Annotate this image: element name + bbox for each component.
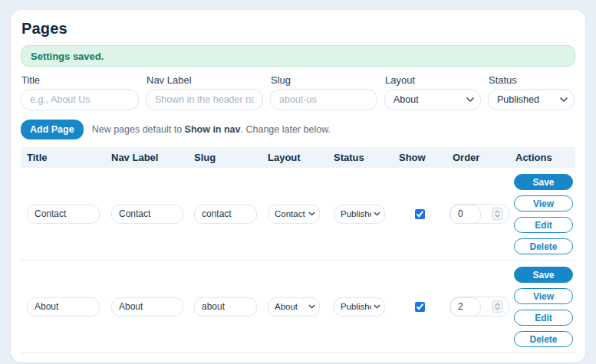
column-header-actions: Actions [509, 147, 575, 168]
field-title: Title [21, 74, 139, 110]
order-stepper [449, 297, 509, 316]
row-title-input[interactable] [27, 297, 100, 316]
column-header-layout: Layout [262, 147, 328, 168]
row-status-select[interactable]: Published [334, 205, 385, 224]
save-button[interactable]: Save [514, 174, 573, 190]
row-slug-input[interactable] [194, 297, 257, 316]
status-label: Status [489, 74, 575, 86]
view-button[interactable]: View [514, 195, 573, 212]
nav-label-label: Nav Label [147, 74, 263, 86]
pages-card: Pages Settings saved. Title Nav Label Sl… [11, 10, 585, 362]
column-header-title: Title [21, 147, 105, 168]
success-alert-text: Settings saved. [31, 51, 104, 62]
view-button[interactable]: View [514, 288, 573, 304]
order-input[interactable] [450, 205, 481, 224]
column-header-order: Order [446, 147, 509, 168]
table-row: Contact Published [21, 168, 575, 261]
pages-table: Title Nav Label Slug Layout Status Show … [21, 147, 575, 353]
column-header-show: Show [393, 147, 446, 168]
add-page-help: New pages default to Show in nav. Change… [92, 124, 331, 135]
success-alert: Settings saved. [21, 45, 575, 67]
field-layout: Layout About [384, 74, 481, 110]
table-row: About Published [21, 261, 575, 353]
field-status: Status Published [488, 74, 575, 110]
title-input[interactable] [21, 89, 139, 110]
layout-label: Layout [385, 74, 481, 86]
edit-button[interactable]: Edit [514, 217, 573, 233]
title-label: Title [21, 74, 139, 86]
order-input[interactable] [450, 297, 481, 316]
row-layout-select[interactable]: About [268, 297, 320, 316]
column-header-slug: Slug [188, 147, 262, 168]
delete-button[interactable]: Delete [514, 238, 573, 254]
row-title-input[interactable] [27, 205, 100, 224]
column-header-nav-label: Nav Label [105, 147, 188, 168]
field-slug: Slug [270, 74, 377, 110]
slug-label: Slug [271, 74, 377, 86]
new-page-form: Title Nav Label Slug Layout About Status [21, 74, 575, 110]
slug-input[interactable] [270, 89, 377, 110]
show-in-nav-checkbox[interactable] [415, 302, 425, 312]
stepper-arrows-icon[interactable] [492, 300, 503, 313]
add-page-row: Add Page New pages default to Show in na… [21, 120, 575, 139]
layout-select[interactable]: About [384, 89, 481, 110]
page-title: Pages [21, 20, 575, 38]
order-stepper [449, 204, 509, 224]
nav-label-input[interactable] [146, 89, 263, 110]
status-select[interactable]: Published [488, 89, 575, 110]
row-layout-select[interactable]: Contact [268, 205, 320, 224]
table-header-row: Title Nav Label Slug Layout Status Show … [21, 147, 575, 168]
row-status-select[interactable]: Published [334, 297, 385, 316]
column-header-status: Status [328, 147, 393, 168]
delete-button[interactable]: Delete [514, 331, 573, 347]
row-nav-label-input[interactable] [111, 205, 183, 224]
row-slug-input[interactable] [194, 205, 257, 224]
show-in-nav-checkbox[interactable] [415, 209, 425, 219]
edit-button[interactable]: Edit [514, 310, 573, 326]
save-button[interactable]: Save [514, 267, 573, 283]
row-nav-label-input[interactable] [111, 297, 183, 316]
stepper-arrows-icon[interactable] [492, 208, 503, 221]
field-nav-label: Nav Label [146, 74, 263, 110]
add-page-button[interactable]: Add Page [21, 120, 84, 139]
